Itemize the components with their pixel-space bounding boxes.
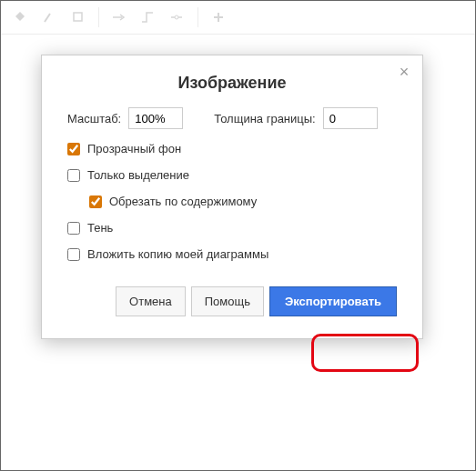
shadow-label: Тень <box>87 221 113 235</box>
transparent-row: Прозрачный фон <box>67 142 397 155</box>
shadow-row: Тень <box>67 221 397 235</box>
cancel-button[interactable]: Отмена <box>116 286 186 316</box>
dialog-buttons: Отмена Помощь Экспортировать <box>67 286 397 316</box>
selection-checkbox[interactable] <box>67 169 80 182</box>
help-button[interactable]: Помощь <box>191 286 264 316</box>
crop-label: Обрезать по содержимому <box>109 195 257 208</box>
border-input[interactable] <box>323 107 378 129</box>
scale-row: Масштаб: Толщина границы: <box>67 107 397 129</box>
close-icon[interactable]: × <box>395 63 413 81</box>
embed-label: Вложить копию моей диаграммы <box>87 247 268 261</box>
zoom-input[interactable] <box>128 107 183 129</box>
border-label: Толщина границы: <box>214 112 315 125</box>
selection-label: Только выделение <box>87 168 189 182</box>
embed-row: Вложить копию моей диаграммы <box>67 247 397 261</box>
embed-checkbox[interactable] <box>67 248 80 261</box>
shadow-checkbox[interactable] <box>67 222 80 235</box>
crop-row: Обрезать по содержимому <box>89 195 397 208</box>
dialog-title: Изображение <box>67 74 397 93</box>
export-image-dialog: × Изображение Масштаб: Толщина границы: … <box>41 55 423 339</box>
transparent-label: Прозрачный фон <box>87 142 181 155</box>
selection-row: Только выделение <box>67 168 397 182</box>
transparent-checkbox[interactable] <box>67 143 80 155</box>
crop-checkbox[interactable] <box>89 195 102 208</box>
zoom-label: Масштаб: <box>67 112 121 125</box>
export-button[interactable]: Экспортировать <box>269 286 397 316</box>
